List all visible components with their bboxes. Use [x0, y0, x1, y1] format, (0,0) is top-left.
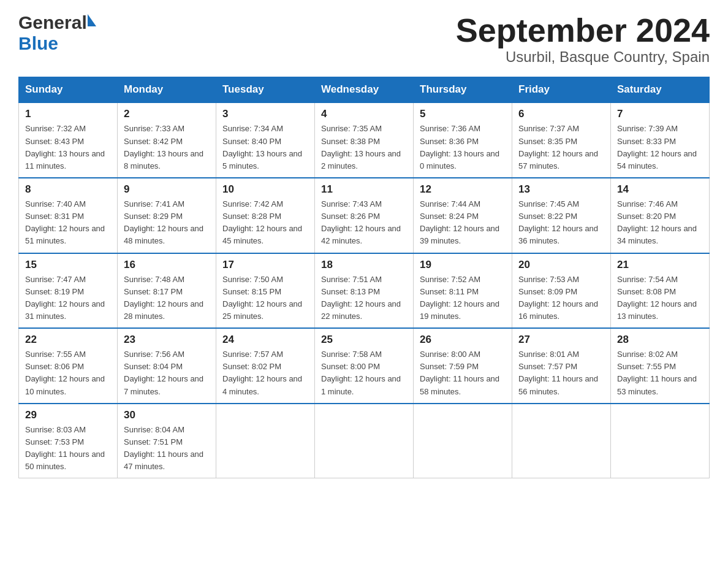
- day-number: 6: [518, 108, 604, 120]
- day-number: 16: [124, 259, 210, 271]
- day-info: Sunrise: 7:53 AMSunset: 8:09 PMDaylight:…: [518, 274, 604, 323]
- day-number: 18: [321, 259, 407, 271]
- day-info: Sunrise: 7:52 AMSunset: 8:11 PMDaylight:…: [420, 274, 506, 323]
- calendar-day-cell: 29Sunrise: 8:03 AMSunset: 7:53 PMDayligh…: [19, 404, 118, 478]
- calendar-day-cell: 2Sunrise: 7:33 AMSunset: 8:42 PMDaylight…: [118, 102, 216, 178]
- day-number: 9: [124, 183, 210, 196]
- day-number: 28: [617, 334, 703, 346]
- calendar-day-cell: 10Sunrise: 7:42 AMSunset: 8:28 PMDayligh…: [216, 178, 315, 253]
- day-info: Sunrise: 7:42 AMSunset: 8:28 PMDaylight:…: [222, 198, 308, 248]
- logo-general-text: General: [18, 12, 87, 33]
- calendar-day-cell: 8Sunrise: 7:40 AMSunset: 8:31 PMDaylight…: [19, 178, 118, 253]
- calendar-day-cell: 24Sunrise: 7:57 AMSunset: 8:02 PMDayligh…: [216, 328, 315, 404]
- calendar-day-cell: [611, 404, 710, 478]
- day-number: 19: [420, 259, 506, 271]
- calendar-day-cell: 4Sunrise: 7:35 AMSunset: 8:38 PMDaylight…: [315, 102, 414, 178]
- calendar-day-cell: 12Sunrise: 7:44 AMSunset: 8:24 PMDayligh…: [414, 178, 512, 253]
- day-info: Sunrise: 7:39 AMSunset: 8:33 PMDaylight:…: [617, 123, 703, 172]
- calendar-day-cell: [414, 404, 512, 478]
- day-info: Sunrise: 8:01 AMSunset: 7:57 PMDaylight:…: [518, 348, 604, 398]
- day-number: 30: [124, 409, 210, 421]
- day-info: Sunrise: 7:48 AMSunset: 8:17 PMDaylight:…: [124, 274, 210, 323]
- day-number: 21: [617, 259, 703, 271]
- day-number: 22: [25, 334, 111, 346]
- calendar-day-cell: 7Sunrise: 7:39 AMSunset: 8:33 PMDaylight…: [611, 102, 710, 178]
- day-info: Sunrise: 8:02 AMSunset: 7:55 PMDaylight:…: [617, 348, 703, 398]
- day-number: 1: [25, 108, 111, 120]
- day-number: 8: [25, 183, 111, 196]
- day-number: 4: [321, 108, 407, 120]
- day-number: 15: [25, 259, 111, 271]
- day-info: Sunrise: 7:44 AMSunset: 8:24 PMDaylight:…: [420, 198, 506, 248]
- day-number: 14: [617, 183, 703, 196]
- header-wednesday: Wednesday: [315, 77, 414, 103]
- day-info: Sunrise: 7:32 AMSunset: 8:43 PMDaylight:…: [25, 123, 111, 172]
- calendar-week-row: 1Sunrise: 7:32 AMSunset: 8:43 PMDaylight…: [19, 102, 710, 178]
- calendar-day-cell: 30Sunrise: 8:04 AMSunset: 7:51 PMDayligh…: [118, 404, 216, 478]
- day-info: Sunrise: 7:40 AMSunset: 8:31 PMDaylight:…: [25, 198, 111, 248]
- day-number: 17: [222, 259, 308, 271]
- calendar-week-row: 29Sunrise: 8:03 AMSunset: 7:53 PMDayligh…: [19, 404, 710, 478]
- day-info: Sunrise: 7:33 AMSunset: 8:42 PMDaylight:…: [124, 123, 210, 172]
- calendar-day-cell: 22Sunrise: 7:55 AMSunset: 8:06 PMDayligh…: [19, 328, 118, 404]
- header-tuesday: Tuesday: [216, 77, 315, 103]
- calendar-day-cell: 14Sunrise: 7:46 AMSunset: 8:20 PMDayligh…: [611, 178, 710, 253]
- calendar-day-cell: 28Sunrise: 8:02 AMSunset: 7:55 PMDayligh…: [611, 328, 710, 404]
- calendar-day-cell: 19Sunrise: 7:52 AMSunset: 8:11 PMDayligh…: [414, 253, 512, 329]
- calendar-day-cell: 6Sunrise: 7:37 AMSunset: 8:35 PMDaylight…: [512, 102, 611, 178]
- calendar-day-cell: 16Sunrise: 7:48 AMSunset: 8:17 PMDayligh…: [118, 253, 216, 329]
- calendar-day-cell: 18Sunrise: 7:51 AMSunset: 8:13 PMDayligh…: [315, 253, 414, 329]
- day-number: 5: [420, 108, 506, 120]
- calendar-day-cell: [315, 404, 414, 478]
- day-info: Sunrise: 7:34 AMSunset: 8:40 PMDaylight:…: [222, 123, 308, 172]
- calendar-day-cell: 13Sunrise: 7:45 AMSunset: 8:22 PMDayligh…: [512, 178, 611, 253]
- day-number: 26: [420, 334, 506, 346]
- day-number: 29: [25, 409, 111, 421]
- day-number: 24: [222, 334, 308, 346]
- calendar-week-row: 8Sunrise: 7:40 AMSunset: 8:31 PMDaylight…: [19, 178, 710, 253]
- day-number: 7: [617, 108, 703, 120]
- calendar-day-cell: [512, 404, 611, 478]
- header-thursday: Thursday: [414, 77, 512, 103]
- day-number: 3: [222, 108, 308, 120]
- day-info: Sunrise: 8:03 AMSunset: 7:53 PMDaylight:…: [25, 424, 111, 473]
- day-info: Sunrise: 7:37 AMSunset: 8:35 PMDaylight:…: [518, 123, 604, 172]
- day-number: 11: [321, 183, 407, 196]
- days-header-row: Sunday Monday Tuesday Wednesday Thursday…: [19, 77, 710, 103]
- day-info: Sunrise: 7:51 AMSunset: 8:13 PMDaylight:…: [321, 274, 407, 323]
- day-info: Sunrise: 7:54 AMSunset: 8:08 PMDaylight:…: [617, 274, 703, 323]
- logo-arrow-icon: [88, 14, 96, 26]
- page-header: General Blue September 2024 Usurbil, Bas…: [18, 12, 710, 66]
- day-number: 20: [518, 259, 604, 271]
- calendar-day-cell: 15Sunrise: 7:47 AMSunset: 8:19 PMDayligh…: [19, 253, 118, 329]
- calendar-subtitle: Usurbil, Basque Country, Spain: [456, 48, 710, 66]
- logo: General Blue: [18, 12, 96, 54]
- day-number: 2: [124, 108, 210, 120]
- day-number: 25: [321, 334, 407, 346]
- title-section: September 2024 Usurbil, Basque Country, …: [456, 12, 710, 66]
- calendar-day-cell: 3Sunrise: 7:34 AMSunset: 8:40 PMDaylight…: [216, 102, 315, 178]
- calendar-day-cell: 25Sunrise: 7:58 AMSunset: 8:00 PMDayligh…: [315, 328, 414, 404]
- day-number: 13: [518, 183, 604, 196]
- day-info: Sunrise: 7:43 AMSunset: 8:26 PMDaylight:…: [321, 198, 407, 248]
- day-info: Sunrise: 7:58 AMSunset: 8:00 PMDaylight:…: [321, 348, 407, 398]
- calendar-day-cell: 21Sunrise: 7:54 AMSunset: 8:08 PMDayligh…: [611, 253, 710, 329]
- day-number: 12: [420, 183, 506, 196]
- calendar-day-cell: 5Sunrise: 7:36 AMSunset: 8:36 PMDaylight…: [414, 102, 512, 178]
- day-info: Sunrise: 8:04 AMSunset: 7:51 PMDaylight:…: [124, 424, 210, 473]
- header-friday: Friday: [512, 77, 611, 103]
- day-info: Sunrise: 7:56 AMSunset: 8:04 PMDaylight:…: [124, 348, 210, 398]
- day-info: Sunrise: 7:46 AMSunset: 8:20 PMDaylight:…: [617, 198, 703, 248]
- day-info: Sunrise: 7:47 AMSunset: 8:19 PMDaylight:…: [25, 274, 111, 323]
- header-monday: Monday: [118, 77, 216, 103]
- calendar-day-cell: [216, 404, 315, 478]
- calendar-day-cell: 1Sunrise: 7:32 AMSunset: 8:43 PMDaylight…: [19, 102, 118, 178]
- day-info: Sunrise: 7:57 AMSunset: 8:02 PMDaylight:…: [222, 348, 308, 398]
- day-info: Sunrise: 7:45 AMSunset: 8:22 PMDaylight:…: [518, 198, 604, 248]
- day-info: Sunrise: 8:00 AMSunset: 7:59 PMDaylight:…: [420, 348, 506, 398]
- calendar-day-cell: 26Sunrise: 8:00 AMSunset: 7:59 PMDayligh…: [414, 328, 512, 404]
- day-info: Sunrise: 7:36 AMSunset: 8:36 PMDaylight:…: [420, 123, 506, 172]
- day-info: Sunrise: 7:35 AMSunset: 8:38 PMDaylight:…: [321, 123, 407, 172]
- calendar-day-cell: 27Sunrise: 8:01 AMSunset: 7:57 PMDayligh…: [512, 328, 611, 404]
- calendar-title: September 2024: [456, 12, 710, 48]
